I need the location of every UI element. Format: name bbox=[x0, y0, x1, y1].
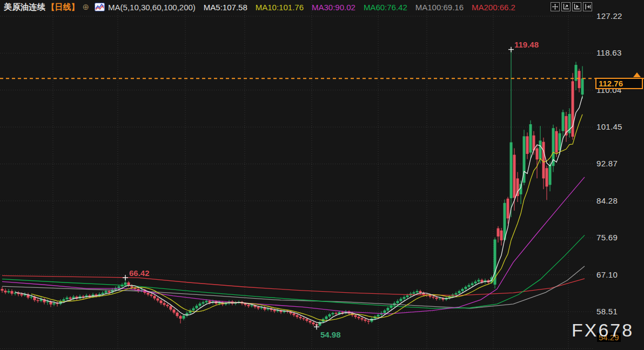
candle-body bbox=[364, 319, 367, 320]
ma10-value: MA10:101.76 bbox=[256, 3, 304, 12]
candle-body bbox=[542, 142, 545, 179]
candle-body bbox=[529, 124, 532, 153]
candle-body bbox=[465, 287, 467, 289]
candle-body bbox=[63, 299, 65, 301]
axis-price-label: 92.87 bbox=[596, 159, 618, 168]
candle-body bbox=[539, 140, 542, 159]
candle-body bbox=[124, 282, 127, 285]
axis-price-label: 75.69 bbox=[596, 233, 618, 242]
candle-body bbox=[325, 317, 328, 319]
axis-price-label: 67.10 bbox=[596, 270, 618, 279]
candle-body bbox=[377, 315, 380, 317]
candle-body bbox=[196, 306, 198, 308]
candle-body bbox=[507, 199, 509, 219]
chart-header: 美原油连续 【日线】 ⊕ MA(5,10,30,60,100,200) MA5:… bbox=[0, 0, 644, 14]
candle-body bbox=[273, 310, 276, 311]
candle-body bbox=[455, 293, 458, 294]
candle-body bbox=[293, 313, 296, 315]
candle-body bbox=[358, 317, 360, 318]
candle-body bbox=[267, 309, 270, 310]
candle-body bbox=[53, 303, 56, 304]
axis-scale-left-icon bbox=[562, 3, 569, 10]
candle-body bbox=[578, 71, 581, 88]
candle-body bbox=[277, 311, 279, 312]
candle-body bbox=[102, 293, 104, 294]
axis-price-label: 84.28 bbox=[596, 196, 618, 205]
candle-body bbox=[205, 301, 208, 302]
candle-body bbox=[400, 299, 403, 301]
candle-body bbox=[147, 293, 150, 294]
add-indicator-icon[interactable]: ⊕ bbox=[83, 2, 90, 12]
chart-toolbar bbox=[551, 2, 592, 11]
candle-body bbox=[105, 291, 108, 293]
pan-icon bbox=[552, 3, 559, 10]
high-price-marker: 119.48 bbox=[514, 40, 539, 49]
candle-body bbox=[354, 315, 357, 317]
left-peak-marker: 66.42 bbox=[129, 268, 150, 278]
candle-body bbox=[397, 301, 399, 303]
candle-body bbox=[474, 281, 477, 283]
candle-body bbox=[66, 298, 69, 299]
scale-axis-left-button[interactable] bbox=[561, 2, 571, 11]
candle-body bbox=[118, 286, 120, 288]
candle-body bbox=[478, 280, 480, 281]
candle-body bbox=[439, 298, 441, 299]
candle-body bbox=[361, 318, 364, 319]
candle-body bbox=[30, 297, 33, 298]
candle-body bbox=[179, 316, 182, 319]
candle-body bbox=[435, 298, 438, 299]
candle-body bbox=[150, 294, 153, 295]
ma100-value: MA100:69.16 bbox=[415, 3, 464, 12]
dock-right-button[interactable] bbox=[583, 2, 592, 11]
candle-body bbox=[371, 319, 373, 322]
candle-body bbox=[306, 319, 308, 321]
period-selector[interactable]: 【日线】 bbox=[47, 2, 79, 12]
chart-window: 美原油连续 【日线】 ⊕ MA(5,10,30,60,100,200) MA5:… bbox=[0, 0, 644, 350]
candle-body bbox=[21, 294, 23, 295]
candle-body bbox=[202, 302, 205, 304]
candle-body bbox=[555, 131, 558, 153]
axis-scale-right-icon bbox=[573, 3, 580, 10]
candle-body bbox=[108, 291, 111, 292]
candle-body bbox=[384, 311, 386, 313]
candle-body bbox=[513, 155, 516, 198]
candle-body bbox=[432, 297, 435, 298]
candle-body bbox=[303, 318, 305, 319]
candle-body bbox=[497, 228, 500, 237]
candle-body bbox=[461, 289, 464, 291]
candle-body bbox=[192, 308, 195, 311]
candle-body bbox=[8, 291, 10, 292]
candle-body bbox=[500, 231, 503, 240]
candle-body bbox=[69, 298, 72, 299]
candle-body bbox=[153, 296, 156, 299]
candle-body bbox=[176, 313, 179, 316]
ma10-line bbox=[31, 115, 582, 321]
candle-body bbox=[581, 78, 584, 95]
kline-logo-icon bbox=[95, 3, 105, 11]
candle-body bbox=[251, 305, 253, 306]
current-price-label: 112.76 bbox=[595, 78, 643, 89]
ma-settings-label: MA(5,10,30,60,100,200) bbox=[108, 3, 196, 12]
candle-body bbox=[199, 304, 202, 306]
candle-body bbox=[209, 301, 211, 302]
pan-tool-button[interactable] bbox=[551, 2, 560, 11]
candle-body bbox=[562, 112, 565, 131]
symbol-title: 美原油连续 bbox=[4, 2, 46, 12]
ma30-value: MA30:90.02 bbox=[312, 3, 355, 12]
candle-body bbox=[468, 285, 471, 287]
candle-body bbox=[1, 289, 4, 291]
candle-body bbox=[170, 306, 172, 309]
low-price-marker: 54.98 bbox=[320, 330, 341, 339]
candle-body bbox=[247, 305, 250, 306]
axis-price-label: 58.51 bbox=[596, 307, 618, 316]
candle-body bbox=[406, 295, 409, 297]
candle-body bbox=[536, 149, 539, 160]
candle-body bbox=[413, 292, 415, 293]
candle-body bbox=[328, 314, 331, 317]
axis-price-label: 101.45 bbox=[596, 122, 622, 131]
candle-body bbox=[14, 293, 17, 294]
candlestick-chart[interactable] bbox=[0, 0, 644, 350]
candle-body bbox=[46, 301, 49, 302]
scale-axis-right-button[interactable] bbox=[572, 2, 581, 11]
candle-body bbox=[244, 304, 247, 305]
